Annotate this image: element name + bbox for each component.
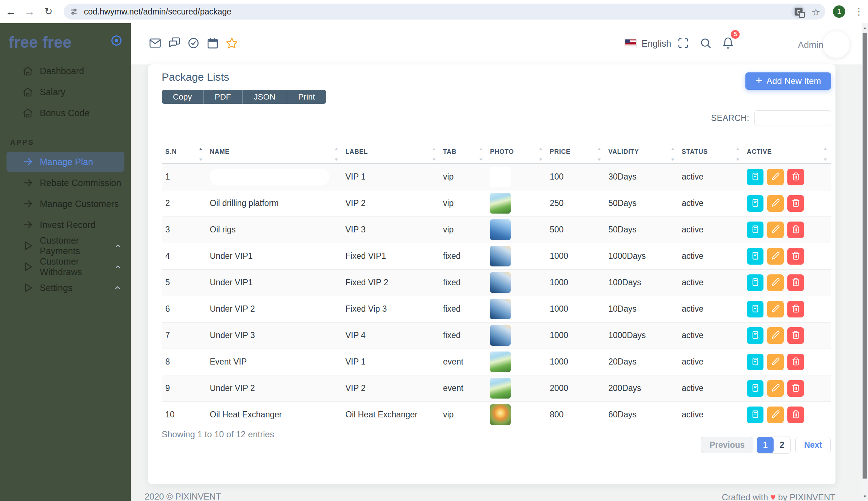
export-print-button[interactable]: Print	[287, 90, 326, 104]
column-header-price[interactable]: PRICE▲▼	[546, 140, 605, 164]
check-circle-icon[interactable]	[187, 37, 200, 49]
edit-button[interactable]	[767, 407, 784, 423]
browser-menu-icon[interactable]: ⋮	[854, 0, 864, 23]
delete-button[interactable]	[787, 274, 804, 291]
app-logo[interactable]: free free	[9, 33, 72, 51]
page-button-2[interactable]: 2	[774, 437, 790, 453]
view-button[interactable]	[747, 380, 763, 397]
edit-button[interactable]	[767, 380, 784, 397]
sort-asc-icon[interactable]: ▲	[334, 147, 340, 151]
site-settings-icon[interactable]	[69, 7, 79, 16]
delete-button[interactable]	[787, 169, 804, 185]
delete-button[interactable]	[787, 248, 804, 265]
sort-asc-icon[interactable]: ▲	[670, 147, 676, 151]
search-icon[interactable]	[699, 37, 712, 49]
favorites-star-icon[interactable]	[226, 37, 238, 49]
sidebar-toggle-icon[interactable]	[111, 35, 122, 46]
edit-button[interactable]	[767, 274, 784, 291]
view-button[interactable]	[747, 195, 763, 212]
edit-button[interactable]	[767, 169, 784, 185]
fullscreen-icon[interactable]	[677, 37, 689, 49]
view-button[interactable]	[747, 169, 763, 185]
mail-icon[interactable]	[149, 37, 161, 49]
sidebar-item-customer-payments[interactable]: Customer Payments	[7, 236, 124, 256]
sidebar-item-dashboard[interactable]: Dashboard	[7, 61, 124, 81]
us-flag-icon[interactable]	[625, 39, 637, 47]
delete-button[interactable]	[787, 354, 804, 370]
scroll-down-icon[interactable]: ▼	[862, 492, 868, 501]
edit-button[interactable]	[767, 301, 784, 317]
view-button[interactable]	[747, 301, 763, 317]
previous-page-button[interactable]: Previous	[701, 437, 753, 453]
sort-asc-icon[interactable]: ▲	[198, 147, 204, 151]
reload-icon[interactable]: ↻	[40, 0, 57, 23]
user-name[interactable]: Admin	[798, 40, 824, 50]
add-new-item-button[interactable]: + Add New Item	[745, 72, 831, 90]
sort-asc-icon[interactable]: ▲	[431, 147, 437, 151]
calendar-icon[interactable]	[207, 37, 219, 49]
bookmark-star-icon[interactable]: ☆	[812, 7, 820, 18]
back-icon[interactable]: ←	[2, 0, 20, 23]
edit-button[interactable]	[767, 195, 784, 212]
sort-asc-icon[interactable]: ▲	[735, 147, 741, 151]
view-button[interactable]	[747, 274, 763, 291]
sort-asc-icon[interactable]: ▲	[597, 147, 603, 151]
sidebar-item-manage-customers[interactable]: Manage Customers	[7, 194, 124, 214]
delete-button[interactable]	[787, 195, 804, 212]
view-button[interactable]	[747, 407, 763, 423]
language-selector[interactable]: English	[642, 38, 671, 49]
scroll-up-icon[interactable]: ▲	[862, 23, 868, 33]
sort-desc-icon[interactable]: ▼	[538, 157, 544, 162]
user-avatar[interactable]	[823, 31, 850, 58]
delete-button[interactable]	[787, 222, 804, 238]
chat-icon[interactable]	[168, 37, 180, 49]
sidebar-item-rebate-commission[interactable]: Rebate Commission	[7, 173, 124, 193]
sidebar-item-customer-withdraws[interactable]: Customer Withdraws	[7, 257, 124, 277]
sidebar-item-bonus-code[interactable]: Bonus Code	[7, 103, 124, 123]
delete-button[interactable]	[787, 301, 804, 317]
sort-desc-icon[interactable]: ▼	[670, 157, 676, 162]
sort-desc-icon[interactable]: ▼	[823, 157, 829, 162]
edit-button[interactable]	[767, 354, 784, 370]
view-button[interactable]	[747, 354, 763, 370]
export-json-button[interactable]: JSON	[242, 90, 287, 104]
edit-button[interactable]	[767, 248, 784, 265]
address-bar[interactable]: cod.hwymw.net/admin/secured/package G ☆	[64, 4, 825, 20]
sidebar-item-salary[interactable]: Salary	[7, 82, 124, 102]
column-header-validity[interactable]: VALIDITY▲▼	[605, 140, 678, 164]
column-header-sn[interactable]: S.N▲▼	[162, 140, 206, 164]
sidebar-item-settings[interactable]: Settings	[7, 278, 124, 298]
column-header-active[interactable]: ACTIVE▲▼	[743, 140, 831, 164]
browser-profile-avatar[interactable]: 1	[833, 5, 845, 18]
sort-desc-icon[interactable]: ▼	[597, 157, 603, 162]
sort-desc-icon[interactable]: ▼	[334, 157, 340, 162]
column-header-photo[interactable]: PHOTO▲▼	[486, 140, 546, 164]
delete-button[interactable]	[787, 380, 804, 397]
sort-asc-icon[interactable]: ▲	[478, 147, 484, 151]
sort-desc-icon[interactable]: ▼	[431, 157, 437, 162]
sort-desc-icon[interactable]: ▼	[478, 157, 484, 162]
export-copy-button[interactable]: Copy	[162, 90, 203, 104]
view-button[interactable]	[747, 222, 763, 238]
sidebar-item-manage-plan[interactable]: Manage Plan	[7, 152, 124, 172]
sort-desc-icon[interactable]: ▼	[735, 157, 741, 162]
search-input[interactable]	[754, 110, 831, 126]
view-button[interactable]	[747, 248, 763, 265]
scrollbar-thumb[interactable]	[863, 33, 867, 479]
column-header-tab[interactable]: TAB▲▼	[439, 140, 486, 164]
sort-desc-icon[interactable]: ▼	[198, 157, 204, 162]
view-button[interactable]	[747, 327, 763, 344]
export-pdf-button[interactable]: PDF	[203, 90, 242, 104]
delete-button[interactable]	[787, 327, 804, 344]
translate-icon[interactable]: G	[791, 4, 806, 19]
sort-asc-icon[interactable]: ▲	[823, 147, 829, 151]
forward-icon[interactable]: →	[21, 0, 38, 23]
column-header-name[interactable]: NAME▲▼	[206, 140, 342, 164]
next-page-button[interactable]: Next	[795, 437, 831, 453]
column-header-status[interactable]: STATUS▲▼	[678, 140, 743, 164]
page-scrollbar[interactable]: ▲ ▼	[862, 23, 868, 501]
edit-button[interactable]	[767, 327, 784, 344]
page-button-1[interactable]: 1	[757, 437, 774, 453]
column-header-label[interactable]: LABEL▲▼	[342, 140, 439, 164]
sidebar-item-invest-record[interactable]: Invest Record	[7, 215, 124, 235]
